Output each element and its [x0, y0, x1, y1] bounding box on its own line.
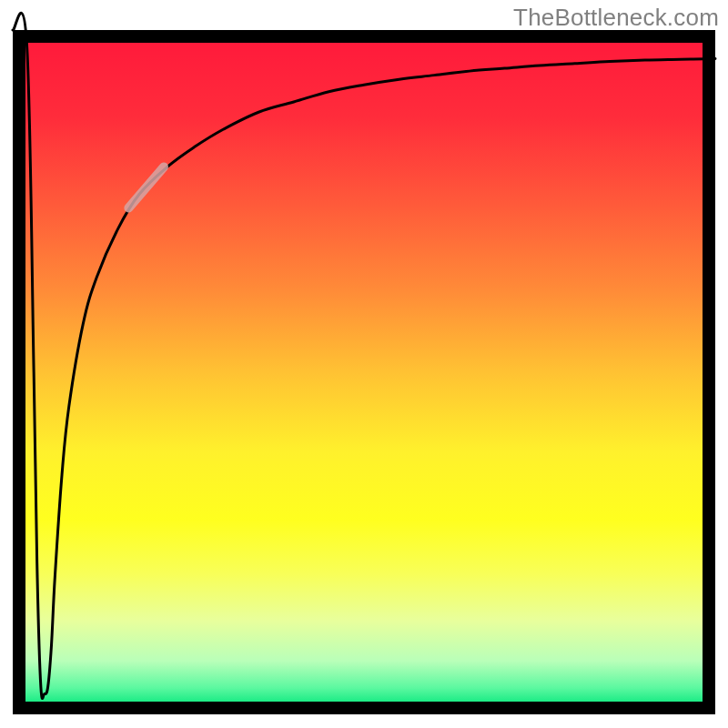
watermark-text: TheBottleneck.com	[513, 4, 719, 32]
plot-background	[19, 36, 709, 708]
bottleneck-chart	[0, 0, 728, 728]
